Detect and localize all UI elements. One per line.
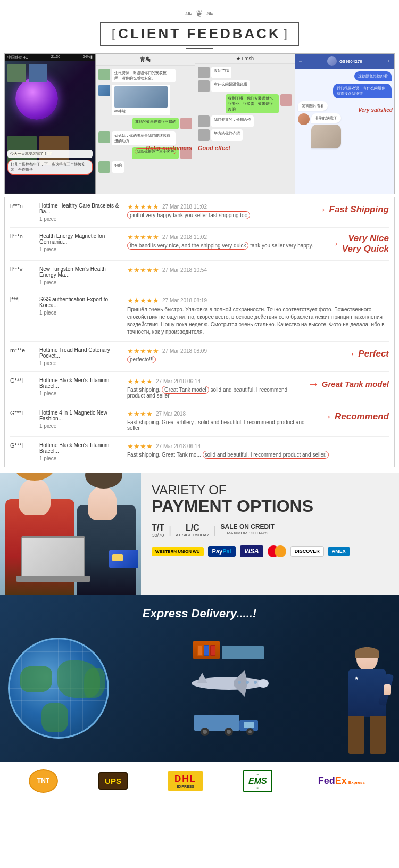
review-row-1: li***n Hottime Healthy Care Bracelets & … xyxy=(10,197,389,228)
client-feedback-header: ❧ ❦ ❧ [ CLIENT FEEDBACK ] xyxy=(0,0,399,53)
dhl-logo: DHL EXPRESS xyxy=(168,771,203,791)
svg-rect-8 xyxy=(194,715,239,731)
phone1-content: Happy cooperation 今天一天就安装完了！ 好几个搭档都中了，下一… xyxy=(5,61,95,193)
delivery-truck xyxy=(194,709,263,741)
phone1-status-bar: 中国移动 4G21:3034%▮ xyxy=(5,54,95,61)
delivery-content: ★ xyxy=(0,629,399,762)
review-1-product: Hottime Healthy Care Bracelets & Ba... 1… xyxy=(39,203,122,222)
cargo-ship xyxy=(193,641,264,659)
phone1-chat-bubble: 今天一天就安装完了！ 好几个搭档都中了，下一步这得有三个继续安装，合作愉快 xyxy=(7,150,93,175)
review-row-4: l***l SGS authentication Export to Korea… xyxy=(10,291,389,342)
review-1-content: ★★★★★ 27 Mar 2018 11:02 piutful very hap… xyxy=(127,203,310,218)
payment-section: VARIETY OF PAYMENT OPTIONS T/T 30/70 | L… xyxy=(0,473,399,595)
fedex-logo: FedEx Express xyxy=(313,773,370,789)
panel4-satisfied-label: Very satisfied xyxy=(358,107,393,113)
svg-point-12 xyxy=(203,730,207,734)
payment-type-lc: L/C AT SIGHT/90DAY xyxy=(176,523,209,538)
panel2-messages: 生根资源，谢谢谢你们的安装技师，请你的也感动安全。 棒棒哒 其他的效果也都很不错… xyxy=(96,66,195,194)
svg-point-1 xyxy=(258,679,269,688)
review-2-product: Health Energy Magnetic Ion Germaniu... 1… xyxy=(39,233,122,252)
payment-text: VARIETY OF PAYMENT OPTIONS T/T 30/70 | L… xyxy=(141,473,399,595)
review-1-annotation: → Fast Shipping xyxy=(315,203,389,217)
review-2-content: ★★★★★ 27 Mar 2018 11:02 the band is very… xyxy=(127,233,323,249)
visa-logo: VISA xyxy=(240,545,263,557)
discover-logo: DISCOVER xyxy=(290,546,324,557)
panel3-good-effect-label: Good effect xyxy=(198,145,230,151)
bracket-left: [ xyxy=(112,27,115,41)
review-1-stars: ★★★★★ xyxy=(127,203,159,211)
page-title: CLIENT FEEDBACK xyxy=(118,26,281,42)
svg-rect-10 xyxy=(244,722,254,728)
chat-panel-wrapper: 中国移动 4G21:3034%▮ Happy cooperation 今天一天就… xyxy=(4,53,395,194)
svg-point-16 xyxy=(248,730,252,733)
svg-point-14 xyxy=(227,730,231,734)
chat-panel-2: 青岛 生根资源，谢谢谢你们的安装技师，请你的也感动安全。 棒棒哒 xyxy=(96,54,195,194)
reviews-section: li***n Hottime Healthy Care Bracelets & … xyxy=(4,197,395,467)
review-row-5: m***e Hottime Tread Hand Catenary Pocket… xyxy=(10,342,389,372)
review-row-2: li***n Health Energy Magnetic Ion German… xyxy=(10,228,389,261)
amex-logo: AMEX xyxy=(328,547,350,556)
chat-screenshots-section: 中国移动 4G21:3034%▮ Happy cooperation 今天一天就… xyxy=(4,53,395,194)
review-row-3: li***v New Tungsten Men's Health Energy … xyxy=(10,261,389,291)
review-2-annotation: → Very NiceVery Quick xyxy=(328,233,389,255)
review-row-8: G***l Hottime Black Men's Titanium Brace… xyxy=(10,437,389,467)
delivery-title: Express Delivery.....! xyxy=(0,595,399,629)
panel3-messages: 收到了哦 有什么问题跟我说哦 收到了哦，你们安装师傅也很专业、很负责，效果是很好… xyxy=(195,64,294,194)
variety-label: VARIETY OF xyxy=(152,483,388,497)
chat-panel-1: 中国移动 4G21:3034%▮ Happy cooperation 今天一天就… xyxy=(5,54,96,194)
review-row-7: G***l Hottime 4 in 1 Magnetic New Fashio… xyxy=(10,404,389,437)
chat-panel-4: ← GS9904278 ⋮ 这款颜色比较好看 我们很喜欢说，有什么问题你就直接跟… xyxy=(295,54,394,194)
chat-panel-3: ★ Fresh 收到了哦 有什么问题跟我说哦 收到了哦，你们安装师傅也很专业、很… xyxy=(195,54,295,194)
payment-illustration xyxy=(0,473,141,595)
panel2-refer-label: Refer customers xyxy=(146,145,192,151)
ornament-top: ❧ ❦ ❧ xyxy=(0,8,399,20)
delivery-section: Express Delivery.....! xyxy=(0,595,399,800)
svg-point-6 xyxy=(246,681,249,684)
review-row-6: G***l Hottime Black Men's Titanium Brace… xyxy=(10,372,389,404)
globe-container xyxy=(8,638,114,744)
review-1-text: piutful very happy tank you seller fast … xyxy=(127,212,310,218)
panel4-messages: 这款颜色比较好看 我们很喜欢说，有什么问题你就直接跟我说讲 发我图片看看 非常的… xyxy=(295,69,394,194)
delivery-person: ★ xyxy=(343,647,391,754)
panel4-header: ← GS9904278 ⋮ xyxy=(295,54,394,69)
tnt-logo: TNT xyxy=(29,769,58,793)
svg-point-5 xyxy=(238,681,241,684)
delivery-vehicles xyxy=(120,641,338,741)
review-1-user: li***n xyxy=(10,203,34,209)
western-union-logo: WESTERN UNION WU xyxy=(152,547,204,556)
payment-options-title: PAYMENT OPTIONS xyxy=(152,497,388,516)
title-bracket-container: [ CLIENT FEEDBACK ] xyxy=(100,22,299,46)
review-1-date: 27 Mar 2018 11:02 xyxy=(162,204,207,210)
payment-types-row: T/T 30/70 | L/C AT SIGHT/90DAY | SALE ON… xyxy=(152,523,388,538)
ems-logo: ≡ EMS ≡ xyxy=(243,770,272,792)
review-2-user: li***n xyxy=(10,233,34,239)
ups-logo: UPS xyxy=(98,772,128,790)
bracket-right: ] xyxy=(284,27,287,41)
airplane xyxy=(186,665,271,704)
payment-type-tt: T/T 30/70 xyxy=(152,523,164,538)
courier-logos-bar: TNT UPS DHL EXPRESS ≡ EMS ≡ FedEx Expres… xyxy=(0,762,399,800)
title-underline xyxy=(186,48,213,49)
payment-logos-row: WESTERN UNION WU PayPal VISA DISCOVER AM… xyxy=(152,545,388,557)
svg-point-7 xyxy=(254,681,257,684)
panel2-header: 青岛 xyxy=(96,54,195,66)
payment-type-credit: SALE ON CREDIT MAXIMUM 120 DAYS xyxy=(221,523,275,535)
svg-marker-4 xyxy=(197,673,207,683)
paypal-logo: PayPal xyxy=(208,546,236,557)
panel3-header: ★ Fresh xyxy=(195,54,294,64)
